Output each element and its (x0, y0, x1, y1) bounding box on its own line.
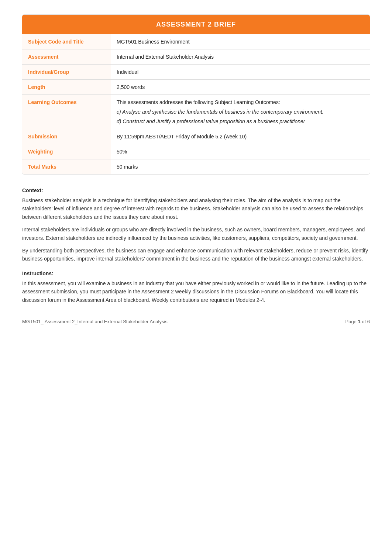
context-paragraph: By understanding both perspectives, the … (22, 247, 370, 263)
row-value: 50% (111, 144, 370, 159)
footer-right: Page 1 of 6 (345, 319, 370, 324)
instructions-heading: Instructions: (22, 270, 370, 276)
row-label: Assessment (22, 49, 111, 65)
instructions-paragraph: In this assessment, you will examine a b… (22, 279, 370, 304)
learning-outcome-item: d) Construct and Justify a professional … (117, 118, 364, 124)
table-row: AssessmentInternal and External Stakehol… (22, 49, 370, 65)
context-paragraph: Internal stakeholders are individuals or… (22, 225, 370, 242)
learning-intro: This assessments addresses the following… (117, 99, 364, 105)
row-value: Internal and External Stakeholder Analys… (111, 49, 370, 65)
row-value: 2,500 words (111, 80, 370, 95)
table-header: ASSESSMENT 2 BRIEF (22, 15, 370, 34)
context-heading: Context: (22, 187, 370, 193)
table-row: SubmissionBy 11:59pm AEST/AEDT Friday of… (22, 129, 370, 144)
page-footer: MGT501_ Assessment 2_Internal and Extern… (22, 319, 370, 324)
table-row: Subject Code and TitleMGT501 Business En… (22, 34, 370, 49)
row-label: Length (22, 80, 111, 95)
footer-left: MGT501_ Assessment 2_Internal and Extern… (22, 319, 168, 324)
row-label: Submission (22, 129, 111, 144)
row-label: Individual/Group (22, 65, 111, 80)
row-label: Subject Code and Title (22, 34, 111, 49)
context-paragraph: Business stakeholder analysis is a techn… (22, 196, 370, 221)
row-value: 50 marks (111, 159, 370, 175)
table-row: Individual/GroupIndividual (22, 65, 370, 80)
row-label: Weighting (22, 144, 111, 159)
table-row: Total Marks50 marks (22, 159, 370, 175)
context-section: Context: Business stakeholder analysis i… (22, 187, 370, 263)
table-row: Weighting50% (22, 144, 370, 159)
row-value: Individual (111, 65, 370, 80)
table-row: Length2,500 words (22, 80, 370, 95)
row-value: This assessments addresses the following… (111, 95, 370, 129)
row-value: MGT501 Business Environment (111, 34, 370, 49)
assessment-brief-table: ASSESSMENT 2 BRIEF Subject Code and Titl… (22, 15, 370, 174)
row-value: By 11:59pm AEST/AEDT Friday of Module 5.… (111, 129, 370, 144)
table-row: Learning OutcomesThis assessments addres… (22, 95, 370, 129)
learning-outcome-item: c) Analyse and synthesise the fundamenta… (117, 109, 364, 115)
row-label: Learning Outcomes (22, 95, 111, 129)
instructions-section: Instructions: In this assessment, you wi… (22, 270, 370, 304)
row-label: Total Marks (22, 159, 111, 175)
